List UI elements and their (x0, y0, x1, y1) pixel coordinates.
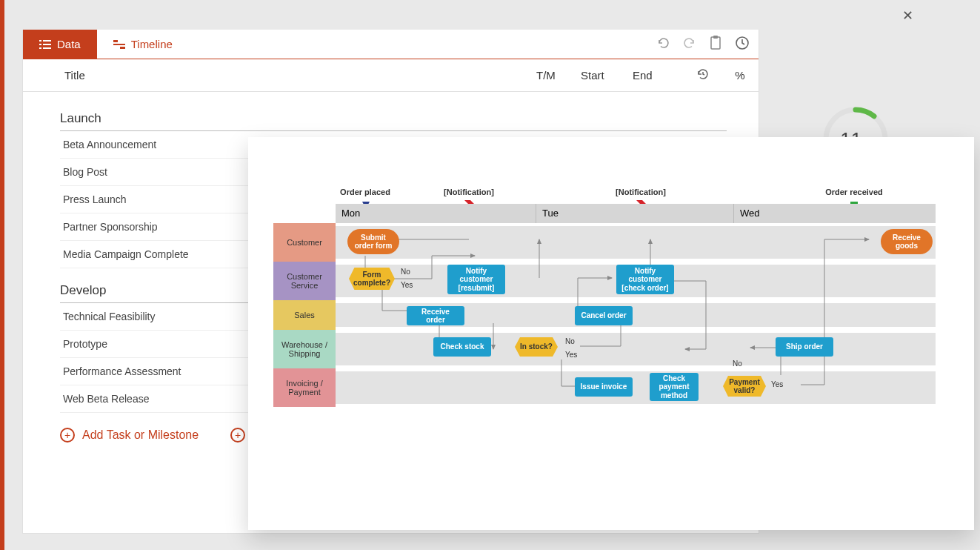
svg-rect-10 (120, 47, 125, 49)
svg-rect-12 (713, 36, 718, 39)
edge-yes: Yes (565, 351, 577, 359)
col-tm: T/M (536, 69, 581, 82)
day-wed: Wed (733, 204, 936, 223)
node-check-stock[interactable]: Check stock (433, 337, 491, 357)
node-receive-order[interactable]: Receive order (407, 306, 464, 325)
edge-yes: Yes (771, 380, 783, 388)
node-notify-resubmit[interactable]: Notify customer [resubmit] (447, 265, 505, 294)
clipboard-icon[interactable] (710, 36, 721, 53)
node-receive-goods[interactable]: Receive goods (881, 229, 933, 254)
node-ship-order[interactable]: Ship order (776, 337, 833, 357)
tl-notification: [Notification] (616, 188, 666, 196)
tl-notification: [Notification] (444, 188, 494, 196)
lane-invoice-head: Invoicing / Payment (273, 368, 336, 407)
node-form-complete[interactable]: Form complete? (349, 268, 395, 290)
col-history-icon (684, 67, 721, 83)
edge-no: No (565, 337, 575, 345)
undo-icon[interactable] (656, 36, 670, 53)
tl-order-placed: Order placed (340, 188, 390, 196)
node-cancel-order[interactable]: Cancel order (575, 306, 633, 325)
day-tue: Tue (536, 204, 733, 223)
toolbar-right (656, 30, 750, 59)
accent-bar (0, 0, 4, 550)
lane-invoice-body (336, 368, 936, 407)
diagram-overlay: Order placed [Notification] [Notificatio… (248, 137, 974, 530)
lane-warehouse-body (336, 330, 936, 368)
node-check-payment[interactable]: Check payment method (650, 373, 699, 401)
clock-icon[interactable] (735, 36, 750, 53)
svg-rect-6 (39, 47, 41, 49)
timeline-icon (113, 39, 125, 50)
tab-timeline-label: Timeline (131, 38, 173, 50)
col-title: Title (64, 69, 536, 82)
tab-data[interactable]: Data (23, 30, 97, 59)
edge-no: No (401, 268, 410, 276)
col-start: Start (581, 69, 633, 82)
tab-data-label: Data (57, 38, 81, 50)
col-pct: % (721, 69, 759, 82)
svg-rect-9 (113, 40, 118, 42)
col-end: End (633, 69, 684, 82)
svg-rect-3 (43, 40, 51, 42)
close-button[interactable]: ✕ (902, 7, 913, 24)
column-header: Title T/M Start End % (23, 59, 759, 92)
lane-sales-head: Sales (273, 300, 336, 330)
tab-row: Data Timeline (23, 30, 759, 59)
lane-customer-body (336, 223, 936, 262)
tl-order-received: Order received (825, 188, 883, 196)
svg-rect-4 (39, 44, 41, 45)
svg-rect-2 (39, 40, 41, 42)
lane-warehouse: Warehouse / Shipping (273, 330, 936, 368)
node-submit[interactable]: Submit order form (347, 229, 399, 254)
svg-rect-8 (113, 44, 125, 45)
svg-rect-5 (43, 44, 51, 45)
node-in-stock[interactable]: In stock? (515, 337, 558, 357)
lane-customer-head: Customer (273, 223, 336, 262)
edge-yes: Yes (401, 281, 413, 289)
tab-timeline[interactable]: Timeline (97, 30, 189, 59)
timeline-labels: Order placed [Notification] [Notificatio… (336, 188, 936, 204)
day-header: Mon Tue Wed (336, 204, 936, 223)
plus-icon[interactable]: + (230, 428, 245, 443)
node-payment-valid[interactable]: Payment valid? (723, 376, 766, 397)
node-issue-invoice[interactable]: Issue invoice (575, 377, 633, 397)
list-icon (39, 39, 51, 50)
redo-icon[interactable] (683, 36, 696, 53)
day-mon: Mon (336, 204, 536, 223)
plus-icon: + (60, 428, 75, 443)
edge-no: No (733, 360, 742, 368)
lane-warehouse-head: Warehouse / Shipping (273, 330, 336, 368)
lane-service-head: Customer Service (273, 262, 336, 300)
group-launch-title[interactable]: Launch (60, 111, 727, 131)
node-notify-check[interactable]: Notify customer [check order] (616, 265, 674, 294)
add-task-label: Add Task or Milestone (82, 428, 199, 442)
svg-rect-11 (711, 37, 720, 49)
svg-rect-7 (43, 47, 51, 49)
